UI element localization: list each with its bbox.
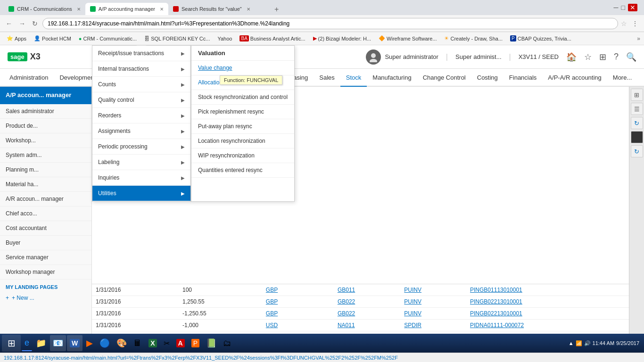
taskbar-paint[interactable]: 🎨 bbox=[114, 335, 130, 351]
nav-administration[interactable]: Administration bbox=[4, 69, 54, 87]
cell-currency[interactable]: GBP bbox=[262, 308, 314, 320]
dropdown-receipt-issue[interactable]: Receipt/issue transactions ▶ bbox=[92, 46, 190, 61]
browser-tab-3[interactable]: Search Results for "value" ✕ bbox=[168, 3, 255, 15]
taskbar-files[interactable]: 🗂 bbox=[220, 335, 234, 351]
dropdown-periodic[interactable]: Periodic processing ▶ bbox=[92, 139, 190, 155]
submenu-putaway-resync[interactable]: Put-away plan resync bbox=[191, 119, 294, 134]
bookmark-crm[interactable]: ● CRM - Communicatic... bbox=[76, 35, 140, 42]
dropdown-assignments[interactable]: Assignments ▶ bbox=[92, 123, 190, 139]
bookmark-wireframe[interactable]: 🔶 Wireframe Software... bbox=[376, 34, 439, 42]
cell-currency[interactable]: GBP bbox=[262, 296, 314, 308]
submenu-pick-resync[interactable]: Pick replenishment resync bbox=[191, 105, 294, 119]
dropdown-internal-trans[interactable]: Internal transactions ▶ bbox=[92, 61, 190, 77]
tab-close-3[interactable]: ✕ bbox=[247, 7, 250, 12]
taskbar-outlook[interactable]: 📧 bbox=[50, 335, 66, 351]
dropdown-inquiries[interactable]: Inquiries ▶ bbox=[92, 170, 190, 186]
cell-doc[interactable]: PINGB01113010001 bbox=[466, 284, 629, 296]
sidebar-item-system[interactable]: System adm... bbox=[0, 148, 91, 163]
sidebar-item-chief[interactable]: Chief acco... bbox=[0, 206, 91, 221]
right-list-icon[interactable]: ☰ bbox=[631, 103, 643, 115]
nav-costing[interactable]: Costing bbox=[471, 69, 504, 87]
back-button[interactable]: ← bbox=[4, 19, 14, 28]
tab-add-button[interactable]: + bbox=[271, 4, 282, 15]
nav-ap-ar[interactable]: A/P-A/R accounting bbox=[542, 69, 607, 87]
taskbar-green[interactable]: 📗 bbox=[203, 335, 219, 351]
submenu-qty-resync[interactable]: Quantities entered resync bbox=[191, 163, 294, 178]
cell-ref2[interactable]: PUINV bbox=[400, 284, 466, 296]
bookmark-ba[interactable]: BA Business Analyst Artic... bbox=[237, 34, 308, 42]
cell-doc[interactable]: PIDNA01111-000072 bbox=[466, 320, 629, 331]
taskbar-adobe[interactable]: A bbox=[173, 335, 188, 351]
tray-network[interactable]: 📶 bbox=[576, 340, 582, 346]
sidebar-item-material[interactable]: Material ha... bbox=[0, 177, 91, 192]
cell-currency[interactable]: USD bbox=[262, 320, 314, 331]
cell-ref2[interactable]: SPDIR bbox=[400, 320, 466, 331]
tray-volume[interactable]: 🔊 bbox=[584, 340, 591, 346]
taskbar-chrome[interactable]: 🔵 bbox=[97, 335, 113, 351]
sidebar-item-product[interactable]: Product de... bbox=[0, 119, 91, 133]
tab-close-1[interactable]: ✕ bbox=[77, 7, 81, 12]
sidebar-item-ar[interactable]: A/R accoun... manager bbox=[0, 192, 91, 206]
submenu-location-resync[interactable]: Location resynchronization bbox=[191, 134, 294, 148]
cell-ref1[interactable]: NA011 bbox=[334, 320, 400, 331]
cell-doc[interactable]: PINGB02213010001 bbox=[466, 308, 629, 320]
submenu-wip-resync[interactable]: WIP resynchronization bbox=[191, 148, 294, 163]
submenu-value-change[interactable]: Value change bbox=[191, 61, 294, 75]
start-button[interactable]: ⊞ bbox=[2, 335, 21, 352]
submenu-stock-resync[interactable]: Stock resynchronization and control bbox=[191, 90, 294, 105]
bookmark-apps[interactable]: ⭐ Apps bbox=[4, 34, 29, 42]
bookmark-cbap[interactable]: P CBAP Quizzes, Trivia... bbox=[507, 34, 574, 42]
right-refresh2-icon[interactable]: ↻ bbox=[631, 145, 643, 157]
taskbar-calc[interactable]: 🖩 bbox=[131, 335, 145, 351]
bookmarks-more[interactable]: » bbox=[637, 35, 640, 42]
refresh-button[interactable]: ↻ bbox=[30, 19, 40, 28]
nav-stock[interactable]: Stock bbox=[340, 69, 367, 87]
nav-change-control[interactable]: Change Control bbox=[417, 69, 471, 87]
submenu-alloc-date[interactable]: Allocation date modification Function: F… bbox=[191, 75, 294, 90]
search-icon[interactable]: 🔍 bbox=[626, 52, 636, 62]
nav-manufacturing[interactable]: Manufacturing bbox=[367, 69, 417, 87]
cell-currency[interactable]: GBP bbox=[262, 284, 314, 296]
dropdown-utilities[interactable]: Utilities ▶ bbox=[92, 186, 190, 201]
taskbar-ie[interactable]: e bbox=[22, 335, 32, 351]
bookmark-pocket[interactable]: 👤 Pocket HCM bbox=[31, 34, 74, 42]
dropdown-labeling[interactable]: Labeling ▶ bbox=[92, 155, 190, 170]
close-button[interactable]: ✕ bbox=[628, 4, 637, 11]
bookmark-sql[interactable]: 🗄 SQL FOREIGN KEY Cc... bbox=[141, 35, 213, 42]
bookmark-bizagi[interactable]: ▶ (2) Bizagi Modeler: H... bbox=[310, 34, 374, 42]
sidebar-item-sales-admin[interactable]: Sales administrator bbox=[0, 104, 91, 119]
bookmark-creately[interactable]: ☀ Creately - Draw, Sha... bbox=[441, 34, 505, 42]
bookmark-star[interactable]: ☆ bbox=[621, 20, 627, 27]
browser-tab-4[interactable] bbox=[255, 3, 269, 15]
maximize-button[interactable]: □ bbox=[621, 4, 625, 11]
nav-more[interactable]: More... bbox=[607, 69, 637, 87]
minimize-button[interactable]: ─ bbox=[614, 4, 619, 11]
tab-close-2[interactable]: ✕ bbox=[160, 7, 164, 12]
cell-ref2[interactable]: PUINV bbox=[400, 308, 466, 320]
sidebar-item-workshop-mgr[interactable]: Workshop manager bbox=[0, 265, 91, 280]
new-landing-button[interactable]: + + New ... bbox=[0, 292, 91, 304]
cell-ref1[interactable]: GB011 bbox=[334, 284, 400, 296]
right-dark-icon[interactable] bbox=[631, 131, 643, 143]
taskbar-media[interactable]: ▶ bbox=[83, 335, 96, 351]
address-bar[interactable] bbox=[42, 18, 618, 29]
tray-arrow[interactable]: ▲ bbox=[569, 340, 574, 346]
nav-sales[interactable]: Sales bbox=[314, 69, 340, 87]
taskbar-excel[interactable]: X bbox=[146, 335, 159, 351]
sidebar-item-buyer[interactable]: Buyer bbox=[0, 236, 91, 250]
home-icon[interactable]: 🏠 bbox=[566, 52, 577, 62]
settings-button[interactable]: ⋮ bbox=[630, 19, 640, 28]
dropdown-quality[interactable]: Quality control ▶ bbox=[92, 92, 190, 108]
sidebar-item-workshop[interactable]: Workshop... bbox=[0, 133, 91, 148]
grid-icon[interactable]: ⊞ bbox=[599, 52, 606, 62]
cell-doc[interactable]: PINGB02213010001 bbox=[466, 296, 629, 308]
browser-tab-1[interactable]: CRM - Communications ✕ bbox=[4, 3, 85, 15]
sidebar-item-service[interactable]: Service manager bbox=[0, 250, 91, 265]
sidebar-item-cost[interactable]: Cost accountant bbox=[0, 221, 91, 236]
taskbar-snip[interactable]: ✂ bbox=[161, 335, 173, 351]
taskbar-pcloud[interactable]: P bbox=[189, 335, 202, 351]
dropdown-reorders[interactable]: Reorders ▶ bbox=[92, 108, 190, 123]
sidebar-item-planning[interactable]: Planning m... bbox=[0, 163, 91, 177]
star-icon[interactable]: ☆ bbox=[584, 52, 592, 62]
forward-button[interactable]: → bbox=[17, 19, 27, 28]
